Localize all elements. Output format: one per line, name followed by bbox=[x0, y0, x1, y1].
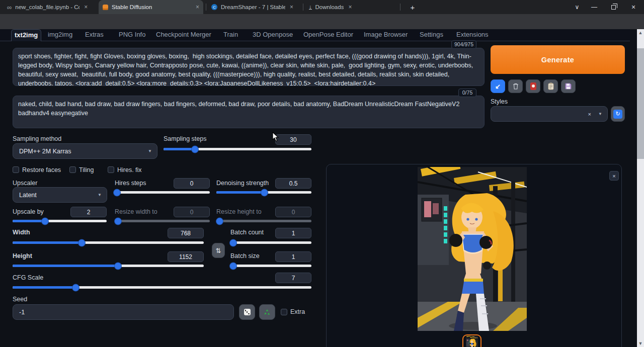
page-scrollbar[interactable]: ▲ ▼ bbox=[637, 29, 644, 347]
restore-faces-label: Restore faces bbox=[22, 166, 61, 173]
recycle-icon bbox=[264, 309, 271, 315]
random-seed-button[interactable] bbox=[239, 304, 255, 320]
gradio-icon bbox=[103, 5, 108, 10]
gallery-thumbnail-selected[interactable] bbox=[462, 334, 481, 347]
upscaler-label: Upscaler bbox=[13, 180, 37, 187]
styles-refresh-button[interactable]: ↻ bbox=[611, 106, 625, 122]
extra-networks-button[interactable] bbox=[526, 79, 540, 93]
slider-thumb[interactable] bbox=[72, 284, 79, 291]
upscale-by-slider[interactable] bbox=[13, 220, 107, 222]
batch-count-input[interactable] bbox=[275, 228, 311, 238]
browser-tab-strip: ∞ new_colab_file.ipynb - Colaborat × Sta… bbox=[0, 0, 644, 14]
close-preview-button[interactable]: × bbox=[609, 171, 619, 181]
save-style-button[interactable] bbox=[561, 79, 576, 93]
tab-close-icon[interactable]: × bbox=[84, 4, 88, 11]
restore-faces-checkbox[interactable] bbox=[13, 166, 19, 173]
tiling-label: Tiling bbox=[79, 166, 94, 173]
apply-style-button[interactable] bbox=[543, 79, 558, 93]
hires-steps-slider[interactable] bbox=[115, 191, 210, 194]
colab-icon: ∞ bbox=[7, 4, 12, 11]
trash-icon bbox=[513, 83, 519, 90]
resize-height-slider bbox=[216, 220, 311, 222]
clear-prompt-button[interactable] bbox=[508, 79, 523, 93]
swap-dimensions-button[interactable]: ⇅ bbox=[212, 243, 225, 258]
scrollbar-thumb[interactable] bbox=[637, 48, 644, 159]
tab-img2img[interactable]: img2img bbox=[48, 31, 72, 38]
batch-size-input[interactable] bbox=[275, 251, 311, 262]
cfg-scale-input[interactable] bbox=[275, 273, 311, 283]
tab-train[interactable]: Train bbox=[223, 31, 238, 38]
batch-count-slider[interactable] bbox=[230, 241, 311, 244]
tab-title: DreamShaper - 7 | Stable Diffusio bbox=[221, 4, 285, 10]
resize-width-input bbox=[174, 207, 210, 217]
width-input[interactable] bbox=[168, 228, 204, 238]
tiling-checkbox[interactable] bbox=[69, 166, 76, 173]
tab-extras[interactable]: Extras bbox=[85, 31, 104, 38]
tab-settings[interactable]: Settings bbox=[420, 31, 443, 38]
tab-close-icon[interactable]: × bbox=[290, 4, 293, 11]
hires-fix-checkbox[interactable] bbox=[108, 166, 114, 173]
styles-clear-icon[interactable]: × bbox=[588, 111, 591, 117]
scroll-down-arrow[interactable]: ▼ bbox=[637, 340, 644, 347]
slider-thumb[interactable] bbox=[78, 239, 85, 246]
width-slider[interactable] bbox=[13, 241, 204, 244]
extra-seed-checkbox[interactable] bbox=[281, 309, 287, 315]
upscale-by-input[interactable] bbox=[70, 207, 107, 217]
denoising-slider[interactable] bbox=[216, 191, 311, 194]
new-tab-button[interactable]: + bbox=[406, 0, 420, 14]
sampling-steps-slider[interactable] bbox=[164, 148, 311, 150]
prompt-input[interactable]: sport shoes, fighter, fight, fight Glove… bbox=[13, 48, 485, 86]
denoising-input[interactable] bbox=[275, 178, 311, 189]
paste-generation-params-button[interactable]: ↙ bbox=[491, 79, 505, 93]
browser-tab-stable-diffusion[interactable]: Stable Diffusion × bbox=[99, 0, 203, 14]
generated-image[interactable] bbox=[418, 167, 527, 331]
browser-tab-downloads[interactable]: ↓ Downloads × bbox=[305, 0, 398, 14]
window-minimize-button[interactable]: — bbox=[586, 0, 603, 14]
sampling-steps-label: Sampling steps bbox=[164, 135, 206, 142]
chevron-down-icon: ▼ bbox=[598, 112, 602, 116]
browser-tab-dreamshaper[interactable]: C DreamShaper - 7 | Stable Diffusio × bbox=[207, 0, 301, 14]
output-gallery-panel: × bbox=[326, 164, 622, 347]
tab-png-info[interactable]: PNG Info bbox=[119, 31, 145, 38]
sampling-steps-input[interactable] bbox=[275, 134, 311, 145]
cfg-scale-slider[interactable] bbox=[13, 286, 311, 289]
tab-openpose-editor[interactable]: OpenPose Editor bbox=[303, 31, 353, 38]
prompt-token-counter: 904/975 bbox=[451, 40, 476, 49]
tab-checkpoint-merger[interactable]: Checkpoint Merger bbox=[156, 31, 211, 38]
tab-search-chevron-icon[interactable]: ∨ bbox=[569, 0, 586, 14]
hires-steps-input[interactable] bbox=[174, 178, 210, 189]
tab-3d-openpose[interactable]: 3D Openpose bbox=[253, 31, 293, 38]
clipboard-icon bbox=[548, 82, 554, 90]
styles-dropdown[interactable]: × ▼ bbox=[491, 106, 608, 122]
browser-tab-colab[interactable]: ∞ new_colab_file.ipynb - Colaborat × bbox=[3, 0, 97, 14]
resize-width-slider bbox=[115, 220, 210, 222]
slider-thumb[interactable] bbox=[261, 189, 268, 196]
tab-extensions[interactable]: Extensions bbox=[456, 31, 489, 38]
tab-txt2img[interactable]: txt2img bbox=[11, 29, 41, 41]
tab-title: new_colab_file.ipynb - Colaborat bbox=[15, 4, 79, 10]
negative-prompt-input[interactable]: naked, child, bad hand, bad draw, bad dr… bbox=[13, 96, 485, 128]
seed-input[interactable] bbox=[13, 304, 234, 320]
window-restore-button[interactable] bbox=[605, 0, 622, 14]
sampling-method-select[interactable]: DPM++ 2M Karras ▼ bbox=[13, 143, 157, 159]
batch-size-slider[interactable] bbox=[230, 265, 311, 267]
slider-thumb[interactable] bbox=[230, 263, 236, 269]
window-close-button[interactable]: × bbox=[625, 0, 642, 14]
tab-close-icon[interactable]: × bbox=[196, 4, 199, 11]
slider-thumb[interactable] bbox=[114, 189, 120, 196]
tab-close-icon[interactable]: × bbox=[348, 4, 352, 11]
scroll-up-arrow[interactable]: ▲ bbox=[637, 29, 644, 36]
slider-thumb[interactable] bbox=[42, 218, 48, 224]
slider-thumb[interactable] bbox=[115, 263, 121, 269]
height-input[interactable] bbox=[168, 251, 204, 262]
download-icon: ↓ bbox=[309, 5, 312, 10]
upscaler-select[interactable]: Latent ▼ bbox=[13, 187, 107, 203]
reuse-seed-button[interactable] bbox=[259, 304, 275, 320]
height-slider[interactable] bbox=[13, 265, 204, 267]
dice-icon bbox=[244, 309, 251, 315]
tab-image-browser[interactable]: Image Browser bbox=[364, 31, 408, 38]
generate-button[interactable]: Generate bbox=[491, 45, 625, 74]
resize-height-label: Resize height to bbox=[216, 208, 262, 215]
slider-thumb[interactable] bbox=[192, 146, 198, 152]
slider-thumb[interactable] bbox=[230, 239, 236, 246]
